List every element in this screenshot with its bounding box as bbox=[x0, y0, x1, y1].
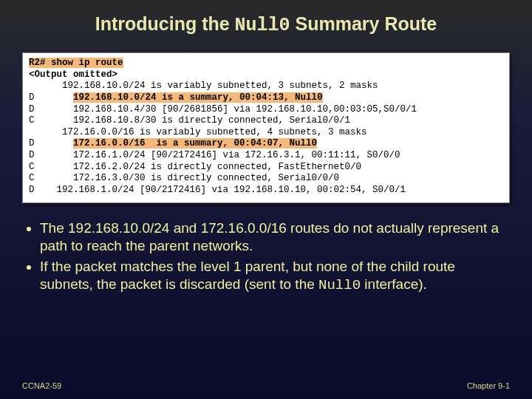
terminal-output: R2# show ip route <Output omitted> 192.1… bbox=[22, 52, 510, 203]
title-prefix: Introducing the bbox=[95, 13, 235, 34]
term-line7: D 172.16.1.0/24 [90/2172416] via 172.16.… bbox=[29, 150, 400, 160]
bullet-2b: interface). bbox=[361, 276, 427, 292]
term-line2b: 192.168.10.0/24 is a summary, 00:04:13, … bbox=[73, 92, 323, 103]
term-cmd: show ip route bbox=[51, 58, 123, 68]
title-mono: Null0 bbox=[235, 15, 290, 36]
term-line8: C 172.16.2.0/24 is directly connected, F… bbox=[29, 162, 361, 172]
bullet-2-mono: Null0 bbox=[318, 277, 361, 293]
footer-right: Chapter 9-1 bbox=[467, 381, 510, 390]
term-line1: 192.168.10.0/24 is variably subnetted, 3… bbox=[29, 81, 378, 91]
term-line9: C 172.16.3.0/30 is directly connected, S… bbox=[29, 173, 339, 183]
term-line6a: D bbox=[29, 138, 73, 149]
term-omit: <Output omitted> bbox=[29, 69, 117, 80]
term-prompt: R2# bbox=[29, 58, 51, 68]
bullet-2: If the packet matches the level 1 parent… bbox=[40, 258, 505, 295]
term-line10: D 192.168.1.0/24 [90/2172416] via 192.16… bbox=[29, 185, 406, 195]
title-suffix: Summary Route bbox=[290, 13, 437, 34]
bullet-list: The 192.168.10.0/24 and 172.16.0.0/16 ro… bbox=[0, 216, 532, 295]
term-line3: D 192.168.10.4/30 [90/2681856] via 192.1… bbox=[29, 104, 417, 115]
term-line4: C 192.168.10.8/30 is directly connected,… bbox=[29, 115, 350, 126]
term-line5: 172.16.0.0/16 is variably subnetted, 4 s… bbox=[29, 127, 367, 137]
bullet-1-text: The 192.168.10.0/24 and 172.16.0.0/16 ro… bbox=[40, 220, 499, 253]
slide-title: Introducing the Null0 Summary Route bbox=[0, 0, 532, 47]
term-line2a: D bbox=[29, 92, 73, 103]
footer-left: CCNA2-59 bbox=[22, 381, 61, 390]
bullet-1: The 192.168.10.0/24 and 172.16.0.0/16 ro… bbox=[40, 219, 505, 256]
term-line6b: 172.16.0.0/16 is a summary, 00:04:07, Nu… bbox=[73, 138, 317, 149]
